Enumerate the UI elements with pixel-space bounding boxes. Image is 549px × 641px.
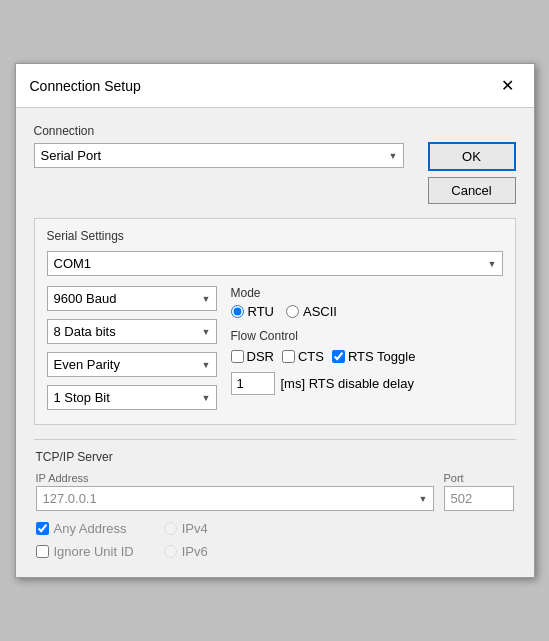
- ipv4-radio[interactable]: [164, 522, 177, 535]
- port-label: Port: [444, 472, 514, 484]
- connection-select[interactable]: Serial Port TCP/IP UDP: [34, 143, 404, 168]
- flow-control-group: Flow Control DSR CTS: [231, 329, 416, 395]
- mode-rtu-option[interactable]: RTU: [231, 304, 274, 319]
- connection-label: Connection: [34, 124, 418, 138]
- serial-settings-label: Serial Settings: [47, 229, 503, 243]
- mode-label: Mode: [231, 286, 416, 300]
- mode-rtu-radio[interactable]: [231, 305, 244, 318]
- parity-select[interactable]: Even Parity Odd Parity No Parity: [47, 352, 217, 377]
- any-address-label: Any Address: [54, 521, 127, 536]
- databits-select[interactable]: 8 Data bits 7 Data bits: [47, 319, 217, 344]
- mode-group: Mode RTU ASCII: [231, 286, 416, 319]
- flow-control-label: Flow Control: [231, 329, 416, 343]
- ip-address-select[interactable]: 127.0.0.1: [36, 486, 434, 511]
- rts-delay-unit-label: [ms] RTS disable delay: [281, 376, 414, 391]
- ipv6-radio[interactable]: [164, 545, 177, 558]
- ipv4-label: IPv4: [182, 521, 208, 536]
- tcp-ip-label: TCP/IP Server: [36, 450, 514, 464]
- serial-port-select[interactable]: COM1 COM2 COM3: [47, 251, 503, 276]
- mode-ascii-option[interactable]: ASCII: [286, 304, 337, 319]
- tcp-ip-section: TCP/IP Server IP Address 127.0.0.1 Port: [34, 450, 516, 559]
- cancel-button[interactable]: Cancel: [428, 177, 516, 204]
- serial-settings-section: Serial Settings COM1 COM2 COM3 9600 Baud…: [34, 218, 516, 425]
- any-address-option[interactable]: Any Address: [36, 521, 134, 536]
- ipv6-label: IPv6: [182, 544, 208, 559]
- dsr-checkbox[interactable]: [231, 350, 244, 363]
- ok-button[interactable]: OK: [428, 142, 516, 171]
- ignore-unit-id-option[interactable]: Ignore Unit ID: [36, 544, 134, 559]
- ignore-unit-id-label: Ignore Unit ID: [54, 544, 134, 559]
- baud-select[interactable]: 9600 Baud 19200 Baud 38400 Baud 115200 B…: [47, 286, 217, 311]
- rts-toggle-checkbox[interactable]: [332, 350, 345, 363]
- title-bar: Connection Setup ✕: [16, 64, 534, 108]
- mode-ascii-radio[interactable]: [286, 305, 299, 318]
- cts-label: CTS: [298, 349, 324, 364]
- rts-toggle-option[interactable]: RTS Toggle: [332, 349, 415, 364]
- dialog-title: Connection Setup: [30, 78, 141, 94]
- mode-ascii-label: ASCII: [303, 304, 337, 319]
- ipv4-option[interactable]: IPv4: [164, 521, 208, 536]
- dsr-label: DSR: [247, 349, 274, 364]
- ipv6-option[interactable]: IPv6: [164, 544, 208, 559]
- ignore-unit-id-checkbox[interactable]: [36, 545, 49, 558]
- cts-option[interactable]: CTS: [282, 349, 324, 364]
- rts-toggle-label: RTS Toggle: [348, 349, 415, 364]
- section-divider: [34, 439, 516, 440]
- stopbit-select[interactable]: 1 Stop Bit 2 Stop Bits: [47, 385, 217, 410]
- close-button[interactable]: ✕: [495, 74, 520, 97]
- connection-setup-dialog: Connection Setup ✕ Connection Serial Por…: [15, 63, 535, 578]
- port-input[interactable]: [444, 486, 514, 511]
- cts-checkbox[interactable]: [282, 350, 295, 363]
- dsr-option[interactable]: DSR: [231, 349, 274, 364]
- rts-delay-input[interactable]: [231, 372, 275, 395]
- mode-rtu-label: RTU: [248, 304, 274, 319]
- ip-address-label: IP Address: [36, 472, 434, 484]
- any-address-checkbox[interactable]: [36, 522, 49, 535]
